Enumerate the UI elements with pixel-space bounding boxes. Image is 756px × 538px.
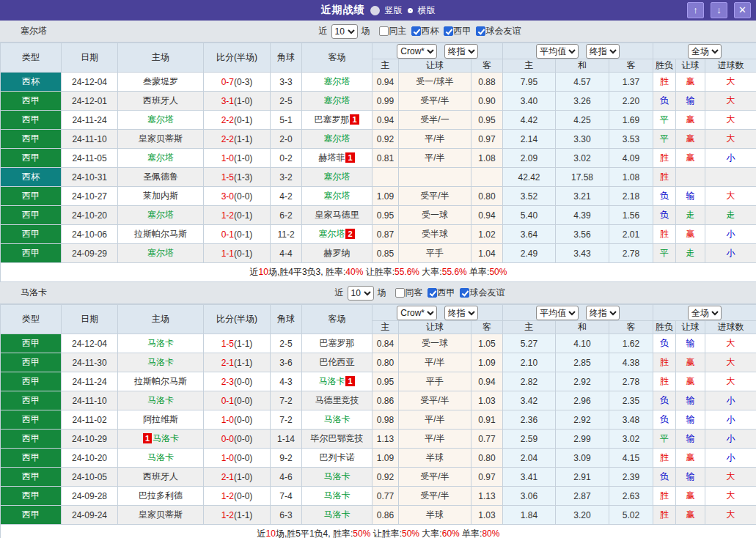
league-badge: 西甲 xyxy=(1,449,62,468)
match-row: 西甲24-10-06拉斯帕尔马斯0-1(0-1)11-2塞尔塔20.87受半球1… xyxy=(1,225,756,244)
avg-source-select[interactable]: 平均值 xyxy=(536,44,579,59)
subcol-avg-draw: 和 xyxy=(556,321,609,334)
subcol-goals: 进球数 xyxy=(705,59,756,73)
team-label: 塞尔塔 xyxy=(324,76,351,86)
match-date: 24-11-02 xyxy=(62,410,118,430)
odds-home: 1.13 xyxy=(373,430,399,449)
avg-draw: 3.30 xyxy=(556,130,609,149)
subcol-avg-draw: 和 xyxy=(556,59,609,73)
filter-checkbox-西甲[interactable] xyxy=(427,288,437,298)
corner-count: 6-2 xyxy=(271,206,302,225)
team-label: 拉斯帕尔马斯 xyxy=(134,229,187,239)
avg-away: 2.35 xyxy=(609,391,653,410)
odds-home: 0.86 xyxy=(373,506,399,525)
score-fulltime: 1-0 xyxy=(221,415,234,425)
team-label: 马洛卡 xyxy=(153,433,179,443)
odds-away: 1.04 xyxy=(471,244,503,263)
league-badge: 西甲 xyxy=(1,506,62,525)
result-handicap: 赢 xyxy=(676,73,705,92)
odds-source-select[interactable]: Crow* xyxy=(397,44,437,59)
summary-segment: 大率: xyxy=(419,267,442,277)
team-label: 皇家马德里 xyxy=(315,210,359,220)
corner-count: 3-3 xyxy=(271,73,302,92)
filter-prefix: 近 xyxy=(319,25,328,37)
match-row: 西甲24-11-10皇家贝蒂斯2-2(1-1)2-0塞尔塔0.92平/半0.97… xyxy=(1,130,756,149)
filter-checkbox-同主[interactable] xyxy=(379,26,389,36)
avg-draw: 2.92 xyxy=(556,372,609,391)
odds-time-select[interactable]: 终指 xyxy=(444,44,478,59)
odds-time-select[interactable]: 终指 xyxy=(444,306,478,320)
section-header: 塞尔塔 近 10 场 同主西杯西甲球会友谊 xyxy=(0,21,756,43)
result-handicap: 走 xyxy=(676,244,705,263)
team-label: 西班牙人 xyxy=(143,95,178,106)
avg-time-select[interactable]: 终指 xyxy=(586,44,620,59)
filter-checkbox-西甲[interactable] xyxy=(444,26,453,36)
home-team: 阿拉维斯 xyxy=(118,410,204,430)
odds-home: 0.94 xyxy=(373,111,399,130)
score-halftime: (0-0) xyxy=(234,377,252,387)
score: 2-1(1-1) xyxy=(204,353,271,372)
avg-time-select[interactable]: 终指 xyxy=(586,306,620,320)
score-fulltime: 2-3 xyxy=(221,377,234,387)
result-wdl: 胜 xyxy=(653,73,676,92)
match-date: 24-10-27 xyxy=(62,187,118,206)
league-badge: 西甲 xyxy=(1,244,62,263)
match-row: 西甲24-09-29塞尔塔1-1(0-1)4-4赫罗纳0.85平手1.042.4… xyxy=(1,244,756,263)
radio-horizontal-layout[interactable] xyxy=(408,8,413,13)
subcol-avg-home: 主 xyxy=(503,59,556,73)
result-wdl: 胜 xyxy=(653,353,676,372)
matches-body: 西甲24-12-04马洛卡1-5(1-1)2-5巴塞罗那0.84受一球1.055… xyxy=(1,334,756,525)
avg-away: 2.39 xyxy=(609,468,653,487)
odds-home: 0.92 xyxy=(373,468,399,487)
summary-segment: 60% xyxy=(442,528,460,538)
close-button[interactable]: ✕ xyxy=(734,2,751,18)
away-team: 塞尔塔 xyxy=(302,168,373,187)
odds-handicap: 平/半 xyxy=(399,130,471,149)
avg-draw: 2.87 xyxy=(556,487,609,506)
filter-checkbox-同客[interactable] xyxy=(395,288,405,298)
score: 2-2(0-1) xyxy=(204,111,271,130)
odds-home: 0.80 xyxy=(373,353,399,372)
move-down-button[interactable]: ↓ xyxy=(711,2,727,18)
score: 1-2(0-0) xyxy=(204,487,271,506)
home-team: 皇家贝蒂斯 xyxy=(118,506,204,525)
score-halftime: (1-1) xyxy=(234,134,252,144)
avg-source-select[interactable]: 平均值 xyxy=(536,306,579,320)
col-header-date: 日期 xyxy=(62,305,118,334)
odds-away: 0.97 xyxy=(471,468,503,487)
avg-away: 1.69 xyxy=(609,111,653,130)
avg-home: 4.42 xyxy=(503,111,556,130)
team-label: 赫罗纳 xyxy=(324,248,351,258)
result-goals: 大 xyxy=(705,334,756,353)
corner-count: 1-14 xyxy=(271,430,302,449)
filter-checkbox-西杯[interactable] xyxy=(411,26,421,36)
score-halftime: (0-1) xyxy=(234,248,252,259)
move-up-button[interactable]: ↑ xyxy=(687,2,704,18)
summary-segment: 55.6% xyxy=(442,267,467,277)
radio-vertical-layout[interactable] xyxy=(370,6,380,15)
match-count-select[interactable]: 10 xyxy=(331,24,358,39)
match-date: 24-11-24 xyxy=(62,372,118,391)
odds-handicap: 受一球 xyxy=(399,334,471,353)
full-match-select[interactable]: 全场 xyxy=(688,306,722,320)
odds-handicap: 受平/半 xyxy=(399,92,471,111)
corner-count: 4-2 xyxy=(271,187,302,206)
score: 1-1(0-1) xyxy=(204,244,271,263)
result-wdl: 平 xyxy=(653,244,676,263)
team-label: 马洛卡 xyxy=(147,395,174,405)
result-wdl: 胜 xyxy=(653,372,676,391)
match-row: 西杯24-12-04叁蒙堤罗0-7(0-3)3-3塞尔塔0.94受一/球半0.8… xyxy=(1,73,756,92)
result-handicap: 赢 xyxy=(676,449,705,468)
match-count-select[interactable]: 10 xyxy=(348,286,374,301)
odds-away: 0.91 xyxy=(471,410,503,430)
filter-checkbox-球会友谊[interactable] xyxy=(476,26,485,36)
filter-checkbox-球会友谊[interactable] xyxy=(460,288,469,298)
summary-segment: 50% xyxy=(353,528,370,538)
league-badge: 西甲 xyxy=(1,149,62,168)
league-badge: 西甲 xyxy=(1,187,62,206)
odds-source-select[interactable]: Crow* xyxy=(397,306,437,320)
corner-count: 3-2 xyxy=(271,168,302,187)
odds-away: 0.95 xyxy=(471,111,503,130)
full-match-select[interactable]: 全场 xyxy=(688,44,722,59)
corner-count: 11-2 xyxy=(271,225,302,244)
